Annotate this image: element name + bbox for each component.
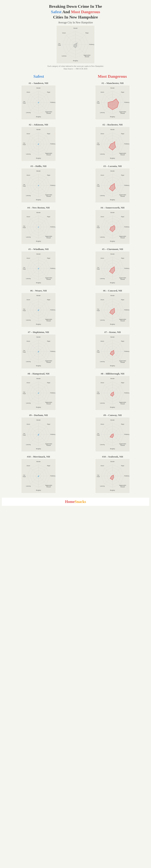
city-panel-dangerous-9: #9 – Conway, NH [76,413,149,453]
average-radar-container [2,26,149,63]
title-safest: Safest [51,9,62,14]
city-title-dangerous-9: #9 – Conway, NH [103,414,122,417]
radar-container-safest-9 [22,417,56,452]
city-panel-dangerous-2: #2 – Rochester, NH [76,122,149,162]
radar-canvas-safest-4 [22,210,56,244]
title-dangerous: Most Dangerous [71,9,100,14]
title-line1: Breaking Down Crime In The [49,4,102,9]
radar-canvas-dangerous-8 [95,376,129,410]
city-pair-3: #3 – Hollis, NH#3 – Laconia, NH [2,164,149,204]
col-header-dangerous: Most Dangerous [76,74,149,79]
page-wrapper: Breaking Down Crime In The Safest And Mo… [0,0,151,509]
radar-container-dangerous-8 [95,376,129,410]
city-title-safest-3: #3 – Hollis, NH [30,165,47,168]
city-panel-safest-1: #1 – Sandown, NH [2,81,75,120]
city-panel-safest-2: #2 – Atkinson, NH [2,122,75,162]
radar-canvas-safest-7 [22,335,56,368]
city-panel-safest-4: #4 – New Boston, NH [2,205,75,245]
city-title-dangerous-6: #6 – Concord, NH [103,289,122,292]
radar-container-safest-6 [22,293,56,327]
radar-canvas-dangerous-5 [95,251,129,285]
city-pair-4: #4 – New Boston, NH#4 – Somersworth, NH [2,205,149,245]
radar-canvas-dangerous-10 [95,459,129,493]
radar-container-dangerous-9 [95,417,129,452]
footer-home: Home [65,500,74,504]
city-pair-5: #5 – Windham, NH#5 – Claremont, NH [2,247,149,286]
footer: HomeSnacks [2,498,149,506]
radar-canvas-dangerous-6 [95,293,129,327]
city-title-dangerous-3: #3 – Laconia, NH [103,165,122,168]
radar-canvas-dangerous-3 [95,168,129,203]
city-title-safest-1: #1 – Sandown, NH [29,82,48,85]
city-panel-dangerous-8: #8 – Hillsborough, NH [76,371,149,411]
main-title: Breaking Down Crime In The Safest And Mo… [2,4,149,20]
city-title-safest-7: #7 – Hopkinton, NH [28,331,49,334]
radar-canvas-safest-1 [22,86,56,119]
legend-text: Each category of crime indexed to the wo… [2,65,149,70]
city-title-dangerous-1: #1 – Manchester, NH [101,82,124,85]
city-title-safest-6: #6 – Weare, NH [30,289,47,292]
pairs-container: #1 – Sandown, NH#1 – Manchester, NH#2 – … [2,81,149,494]
city-panel-safest-5: #5 – Windham, NH [2,247,75,286]
city-pair-1: #1 – Sandown, NH#1 – Manchester, NH [2,81,149,120]
city-panel-safest-7: #7 – Hopkinton, NH [2,330,75,369]
radar-canvas-safest-2 [22,127,56,161]
col-header-safest: Safest [2,74,76,79]
city-panel-safest-6: #6 – Weare, NH [2,288,75,328]
legend-line1: Each category of crime indexed to the wo… [48,65,103,67]
radar-canvas-safest-9 [22,417,56,452]
radar-container-safest-7 [22,335,56,368]
radar-container-dangerous-10 [95,459,129,493]
radar-container-dangerous-1 [95,86,129,119]
city-pair-8: #8 – Hampstead, NH#8 – Hillsborough, NH [2,371,149,411]
title-line3: Cities In New Hampshire [53,15,98,20]
city-title-dangerous-5: #5 – Claremont, NH [102,248,123,251]
radar-container-dangerous-7 [95,335,129,368]
city-pair-2: #2 – Atkinson, NH#2 – Rochester, NH [2,122,149,162]
city-pair-7: #7 – Hopkinton, NH#7 – Keene, NH [2,330,149,369]
radar-canvas-safest-10 [22,459,56,493]
radar-container-dangerous-6 [95,293,129,327]
city-title-safest-9: #9 – Durham, NH [29,414,48,417]
radar-container-safest-5 [22,251,56,285]
city-title-safest-10: #10 – Merrimack, NH [27,455,50,458]
radar-container-safest-10 [22,459,56,493]
legend-line2: Data Source — FBI UCR 2016 [64,68,87,70]
city-pair-9: #9 – Durham, NH#9 – Conway, NH [2,413,149,453]
radar-container-safest-8 [22,376,56,410]
radar-container-safest-4 [22,210,56,244]
city-title-safest-2: #2 – Atkinson, NH [29,123,48,126]
city-panel-safest-9: #9 – Durham, NH [2,413,75,453]
city-panel-dangerous-10: #10 – Seabrook, NH [76,454,149,494]
city-title-dangerous-4: #4 – Somersworth, NH [100,206,124,209]
city-title-safest-4: #4 – New Boston, NH [27,206,50,209]
city-title-safest-8: #8 – Hampstead, NH [28,372,50,375]
column-headers: Safest Most Dangerous [2,74,149,79]
radar-container-dangerous-3 [95,168,129,203]
city-panel-dangerous-4: #4 – Somersworth, NH [76,205,149,245]
city-panel-dangerous-7: #7 – Keene, NH [76,330,149,369]
radar-canvas-dangerous-2 [95,127,129,161]
radar-canvas-dangerous-1 [95,86,129,119]
city-pair-6: #6 – Weare, NH#6 – Concord, NH [2,288,149,328]
city-title-dangerous-7: #7 – Keene, NH [104,331,121,334]
city-panel-safest-8: #8 – Hampstead, NH [2,371,75,411]
city-title-dangerous-8: #8 – Hillsborough, NH [101,372,124,375]
radar-canvas-safest-8 [22,376,56,410]
radar-container-safest-2 [22,127,56,161]
radar-canvas-dangerous-9 [95,417,129,452]
radar-container-safest-1 [22,86,56,119]
city-panel-safest-3: #3 – Hollis, NH [2,164,75,204]
city-title-dangerous-2: #2 – Rochester, NH [102,123,122,126]
city-panel-dangerous-5: #5 – Claremont, NH [76,247,149,286]
radar-canvas-safest-3 [22,168,56,203]
radar-canvas-dangerous-4 [95,210,129,244]
footer-snacks: Snacks [75,500,86,504]
radar-container-dangerous-5 [95,251,129,285]
radar-canvas-dangerous-7 [95,335,129,368]
city-panel-safest-10: #10 – Merrimack, NH [2,454,75,494]
city-panel-dangerous-6: #6 – Concord, NH [76,288,149,328]
radar-container-dangerous-2 [95,127,129,161]
radar-canvas-safest-5 [22,251,56,285]
radar-container-safest-3 [22,168,56,203]
